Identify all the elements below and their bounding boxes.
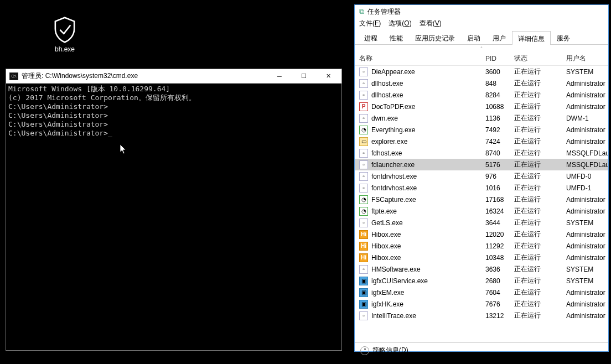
process-row[interactable]: ▫HMSoftware.exe3636正在运行SYSTEM	[355, 263, 608, 275]
desktop-icon-bh[interactable]: bh.exe	[45, 17, 84, 53]
process-row[interactable]: HiHibox.exe11292正在运行Administrator	[355, 240, 608, 252]
process-pid: 3636	[485, 266, 514, 273]
footer-label[interactable]: 简略信息(D)	[372, 346, 408, 355]
cmd-line: C:\Users\Administrator>	[8, 111, 339, 120]
menu-file[interactable]: 文件(F)	[359, 19, 381, 28]
process-name: Everything.exe	[371, 126, 485, 134]
process-user: Administrator	[566, 254, 608, 262]
cmd-line: C:\Users\Administrator>	[8, 102, 339, 111]
task-manager-window[interactable]: ⧉ 任务管理器 文件(F) 选项(O) 查看(V) 进程性能应用历史记录启动用户…	[354, 4, 609, 352]
process-icon: ▫	[359, 184, 368, 193]
process-pid: 12020	[485, 231, 514, 238]
process-status: 正在运行	[514, 171, 566, 181]
process-icon: ◔	[359, 195, 368, 204]
process-row[interactable]: ▭explorer.exe7424正在运行Administrator	[355, 136, 608, 147]
taskmgr-column-headers: 名称 PID 状态 用户名	[355, 51, 608, 66]
process-pid: 976	[485, 173, 514, 180]
process-row[interactable]: ▫fontdrvhost.exe1016正在运行UMFD-1	[355, 182, 608, 194]
process-icon: ▫	[359, 149, 368, 158]
process-status: 正在运行	[514, 195, 566, 204]
process-row[interactable]: ▣igfxEM.exe7604正在运行Administrator	[355, 287, 608, 298]
process-row[interactable]: ◔Everything.exe7492正在运行Administrator	[355, 124, 608, 136]
process-row[interactable]: HiHibox.exe12020正在运行Administrator	[355, 228, 608, 240]
process-icon: P	[359, 102, 368, 111]
process-user: Administrator	[566, 80, 608, 87]
taskmgr-titlebar[interactable]: ⧉ 任务管理器	[355, 5, 608, 17]
process-user: Administrator	[566, 91, 608, 99]
process-status: 正在运行	[514, 299, 566, 309]
process-pid: 8284	[485, 91, 514, 99]
process-icon: Hi	[359, 242, 368, 251]
process-icon: ▣	[359, 288, 368, 297]
close-button[interactable]: ✕	[316, 70, 340, 83]
header-name[interactable]: 名称	[359, 54, 485, 63]
process-pid: 3644	[485, 219, 514, 227]
process-row[interactable]: ▫fdhost.exe8740正在运行MSSQLFDLauncher	[355, 147, 608, 159]
process-row[interactable]: HiHibox.exe10348正在运行Administrator	[355, 252, 608, 263]
process-pid: 7604	[485, 289, 514, 297]
process-pid: 16324	[485, 207, 514, 215]
process-row[interactable]: ▫dwm.exe1136正在运行DWM-1	[355, 112, 608, 124]
process-icon: ▣	[359, 277, 368, 285]
minimize-button[interactable]: ─	[267, 70, 292, 83]
process-user: MSSQLFDLauncher	[566, 161, 608, 169]
process-name: fontdrvhost.exe	[371, 184, 485, 192]
process-row[interactable]: ▣igfxCUIService.exe2680正在运行SYSTEM	[355, 275, 608, 287]
process-user: SYSTEM	[566, 277, 608, 285]
process-row[interactable]: ▫GetLS.exe3644正在运行SYSTEM	[355, 217, 608, 228]
process-icon: ▫	[359, 265, 368, 274]
process-name: DocToPDF.exe	[371, 103, 485, 111]
process-row[interactable]: ◔ftpte.exe16324正在运行Administrator	[355, 205, 608, 217]
process-row[interactable]: ▫dllhost.exe848正在运行Administrator	[355, 77, 608, 89]
header-status[interactable]: 状态	[514, 54, 566, 63]
process-row[interactable]: ▣igfxHK.exe7676正在运行Administrator	[355, 298, 608, 310]
shield-icon	[53, 17, 76, 43]
header-user[interactable]: 用户名	[566, 54, 608, 63]
process-status: 正在运行	[514, 102, 566, 111]
process-status: 正在运行	[514, 183, 566, 193]
process-row[interactable]: ▫IntelliTrace.exe13212正在运行Administrator	[355, 310, 608, 321]
process-row[interactable]: ▫fdlauncher.exe5176正在运行MSSQLFDLauncher	[355, 159, 608, 170]
process-status: 正在运行	[514, 79, 566, 88]
process-name: igfxHK.exe	[371, 300, 485, 308]
cmd-window[interactable]: C:\ 管理员: C:\Windows\system32\cmd.exe ─ ☐…	[6, 69, 342, 351]
header-pid[interactable]: PID	[485, 55, 514, 63]
process-icon: ◔	[359, 207, 368, 216]
process-name: GetLS.exe	[371, 219, 485, 227]
process-name: fdlauncher.exe	[371, 161, 485, 169]
process-name: Hibox.exe	[371, 231, 485, 238]
tab-服务[interactable]: 服务	[551, 30, 576, 44]
tab-详细信息[interactable]: 详细信息	[512, 31, 551, 45]
tab-应用历史记录[interactable]: 应用历史记录	[409, 30, 461, 44]
process-pid: 11292	[485, 242, 514, 250]
tab-性能[interactable]: 性能	[384, 30, 409, 44]
tab-进程[interactable]: 进程	[358, 30, 384, 44]
process-name: explorer.exe	[371, 138, 485, 145]
process-row[interactable]: ▫dllhost.exe8284正在运行Administrator	[355, 89, 608, 101]
menu-options[interactable]: 选项(O)	[389, 19, 411, 28]
process-pid: 17168	[485, 196, 514, 204]
process-row[interactable]: PDocToPDF.exe10688正在运行Administrator	[355, 101, 608, 112]
column-sort-indicator: ˆ	[355, 45, 608, 51]
process-user: DWM-1	[566, 115, 608, 122]
process-user: Administrator	[566, 126, 608, 134]
process-icon: ▣	[359, 300, 368, 309]
cmd-titlebar[interactable]: C:\ 管理员: C:\Windows\system32\cmd.exe ─ ☐…	[6, 69, 341, 84]
process-list[interactable]: ▫DieAppear.exe3600正在运行SYSTEM▫dllhost.exe…	[355, 66, 608, 342]
process-row[interactable]: ▫fontdrvhost.exe976正在运行UMFD-0	[355, 170, 608, 182]
process-user: Administrator	[566, 300, 608, 308]
process-row[interactable]: ◔FSCapture.exe17168正在运行Administrator	[355, 194, 608, 205]
menu-view[interactable]: 查看(V)	[420, 19, 442, 28]
process-icon: ▫	[359, 311, 368, 320]
cmd-icon: C:\	[9, 72, 18, 80]
tab-启动[interactable]: 启动	[461, 30, 486, 44]
maximize-button[interactable]: ☐	[292, 70, 316, 83]
cmd-body[interactable]: Microsoft Windows [版本 10.0.16299.64](c) …	[6, 84, 341, 350]
process-pid: 8740	[485, 149, 514, 157]
tab-用户[interactable]: 用户	[486, 30, 512, 44]
chevron-up-icon[interactable]: ˄	[360, 346, 369, 355]
process-name: Hibox.exe	[371, 254, 485, 262]
process-status: 正在运行	[514, 113, 566, 123]
process-user: MSSQLFDLauncher	[566, 149, 608, 157]
process-row[interactable]: ▫DieAppear.exe3600正在运行SYSTEM	[355, 66, 608, 77]
